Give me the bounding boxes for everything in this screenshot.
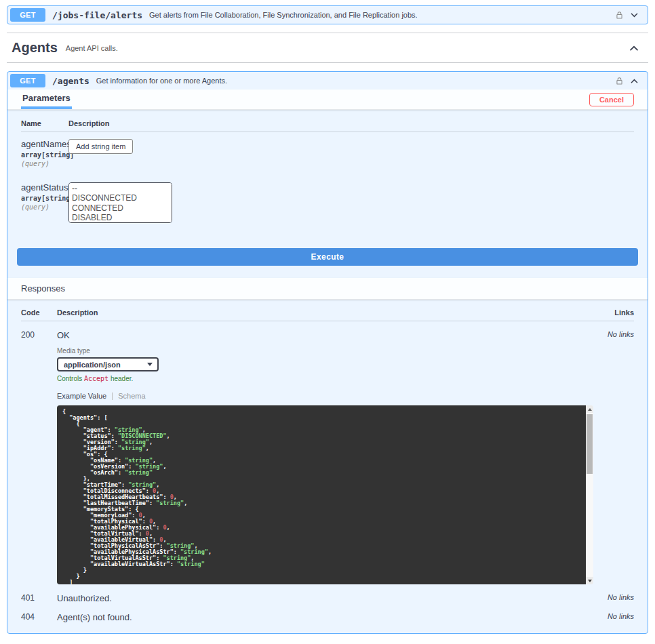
authorize-lock-button[interactable] [612, 77, 627, 85]
endpoint-summary-agents[interactable]: GET /agents Get information for one or m… [7, 72, 648, 89]
response-links: No links [593, 330, 634, 584]
column-header-description: Description [68, 119, 634, 127]
example-code: { "agents": [ { "agent": "string", "stat… [57, 405, 586, 584]
lock-icon [615, 77, 624, 85]
note-code: Accept [84, 375, 108, 382]
add-string-item-button[interactable]: Add string item [68, 139, 133, 154]
media-type-select[interactable]: application/json [57, 357, 159, 371]
example-scrollbar[interactable] [586, 405, 593, 584]
agent-status-option[interactable]: DISCONNECTED [71, 193, 170, 203]
parameter-value-cell: Add string item [68, 139, 634, 167]
note-suffix: header. [108, 375, 133, 382]
authorize-lock-button[interactable] [612, 11, 627, 20]
column-header-description: Description [57, 308, 593, 317]
section-title: Agents [12, 40, 58, 56]
column-header-code: Code [21, 308, 57, 317]
response-code: 200 [21, 330, 57, 584]
collapse-section-button[interactable] [625, 42, 643, 54]
endpoint-body: Parameters Cancel Name Description agent… [7, 89, 648, 633]
tab-parameters[interactable]: Parameters [21, 89, 72, 109]
response-row-200: 200 OK Media type application/json Contr… [21, 321, 634, 584]
execute-wrapper: Execute [7, 236, 648, 277]
collapse-endpoint-button[interactable] [627, 76, 642, 86]
media-type-select-wrap: application/json [57, 357, 159, 371]
section-subtitle: Agent API calls. [66, 44, 118, 52]
parameters-header-bar: Parameters Cancel [7, 89, 648, 110]
endpoint-description: Get alerts from File Collaboration, File… [149, 11, 612, 19]
parameters-section: Name Description agentNames array[string… [7, 110, 648, 236]
parameter-row-agent-status: agentStatus array[string] (query) --DISC… [21, 176, 634, 232]
agent-status-select[interactable]: --DISCONNECTEDCONNECTEDDISABLEDPENDING [68, 182, 172, 223]
endpoint-agents-get: GET /agents Get information for one or m… [7, 71, 648, 634]
chevron-up-icon [628, 42, 640, 54]
response-description: OK [57, 330, 593, 340]
scrollbar-track[interactable] [586, 413, 593, 577]
column-header-name: Name [21, 119, 68, 127]
column-header-links: Links [593, 308, 634, 317]
method-badge-get: GET [10, 8, 45, 22]
parameter-name: agentStatus [21, 182, 68, 193]
swagger-page: GET /jobs-file/alerts Get alerts from Fi… [0, 0, 655, 644]
media-type-label: Media type [57, 347, 593, 355]
responses-title: Responses [21, 283, 65, 294]
expand-endpoint-button[interactable] [627, 10, 642, 20]
controls-accept-note: Controls Accept header. [57, 375, 593, 382]
response-description: Agent(s) not found. [57, 612, 593, 622]
responses-table-head: Code Description Links [21, 308, 634, 321]
cancel-button[interactable]: Cancel [589, 93, 634, 106]
agent-status-option[interactable]: CONNECTED [71, 203, 170, 213]
response-row-401: 401 Unauthorized. No links [21, 584, 634, 603]
parameter-name: agentNames [21, 139, 68, 149]
agent-status-option[interactable]: -- [71, 184, 170, 193]
endpoint-path: /agents [52, 76, 90, 86]
scroll-up-button[interactable] [586, 405, 593, 413]
parameter-location: (query) [21, 160, 68, 167]
tab-separator [112, 393, 113, 400]
example-schema-tabs: Example Value Schema [57, 392, 593, 400]
scroll-down-button[interactable] [586, 577, 593, 584]
note-prefix: Controls [57, 375, 84, 382]
execute-button[interactable]: Execute [17, 248, 638, 266]
parameter-value-cell: --DISCONNECTEDCONNECTEDDISABLEDPENDING [68, 182, 634, 224]
endpoint-description: Get information for one or more Agents. [96, 77, 612, 85]
responses-section: Code Description Links 200 OK Media type… [7, 300, 648, 633]
response-description-cell: OK Media type application/json Controls … [57, 330, 593, 584]
method-badge-get: GET [10, 74, 45, 87]
parameters-table-head: Name Description [21, 119, 634, 132]
response-description: Unauthorized. [57, 593, 593, 603]
chevron-up-icon [629, 76, 639, 86]
lock-icon [615, 11, 624, 20]
parameter-type: array[string] [21, 195, 68, 202]
parameter-location: (query) [21, 203, 68, 211]
endpoint-summary-jobs-file-alerts[interactable]: GET /jobs-file/alerts Get alerts from Fi… [7, 6, 648, 24]
response-links: No links [593, 593, 634, 603]
example-value-block: { "agents": [ { "agent": "string", "stat… [57, 405, 593, 584]
response-code: 404 [21, 612, 57, 622]
endpoint-jobs-file-alerts: GET /jobs-file/alerts Get alerts from Fi… [7, 5, 648, 24]
response-code: 401 [21, 593, 57, 603]
agent-status-option[interactable]: DISABLED [71, 213, 170, 222]
response-links: No links [593, 612, 634, 622]
chevron-down-icon [629, 10, 639, 20]
response-row-404: 404 Agent(s) not found. No links [21, 603, 634, 622]
tab-schema[interactable]: Schema [118, 392, 145, 400]
triangle-down-icon [588, 580, 592, 582]
parameter-name-cell: agentNames array[string] (query) [21, 139, 68, 167]
parameter-row-agent-names: agentNames array[string] (query) Add str… [21, 132, 634, 176]
scrollbar-thumb[interactable] [587, 414, 593, 474]
parameter-type: array[string] [21, 151, 68, 159]
parameter-name-cell: agentStatus array[string] (query) [21, 182, 68, 224]
agents-section-header[interactable]: Agents Agent API calls. [7, 33, 648, 63]
triangle-up-icon [588, 408, 592, 411]
tab-example-value[interactable]: Example Value [57, 392, 106, 400]
endpoint-path: /jobs-file/alerts [52, 10, 142, 20]
responses-header-bar: Responses [7, 278, 648, 300]
